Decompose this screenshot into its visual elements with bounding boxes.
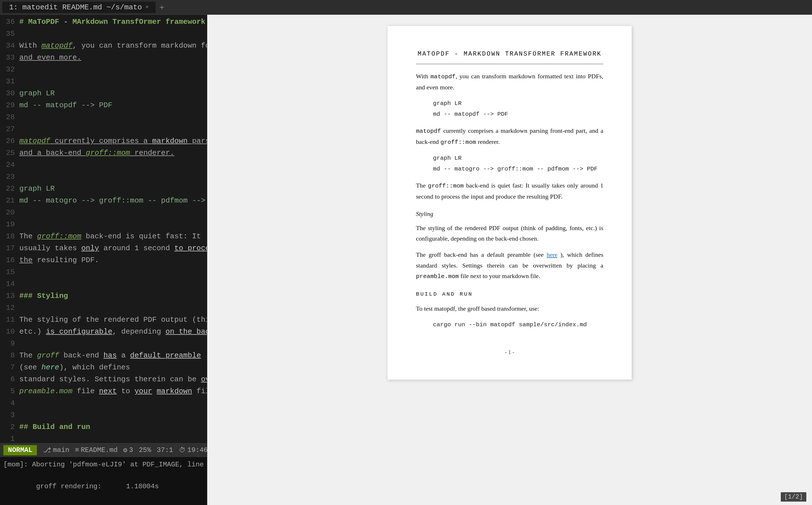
line-number: 10 [2, 326, 15, 338]
tab-bar: 1: matoedit README.md ~/s/mato × + [0, 0, 812, 15]
editor-content[interactable]: 3635343332313029282726252423222120191817… [0, 15, 207, 443]
line-number: 6 [2, 373, 15, 385]
line-number: 15 [2, 266, 15, 278]
table-row: usually takes only around 1 second to pr… [19, 242, 205, 254]
line-number: 28 [2, 111, 15, 123]
table-row [19, 63, 205, 75]
status-position: 37:1 [154, 446, 176, 454]
line-number: 14 [2, 278, 15, 290]
status-branch: ⎇ main [40, 446, 72, 454]
branch-name: main [53, 446, 69, 454]
line-numbers: 3635343332313029282726252423222120191817… [0, 15, 17, 443]
terminal-area: [mom]: Aborting 'pdfmom-eLJI9' at PDF_IM… [0, 457, 207, 505]
preview-page-number: - 1 - [416, 347, 603, 357]
table-row [19, 278, 205, 290]
tab-close-button[interactable]: × [145, 4, 149, 10]
line-number: 11 [2, 314, 15, 326]
table-row: standard styles. Settings therein can be… [19, 373, 205, 385]
line-number: 1 [2, 433, 15, 443]
line-number: 33 [2, 52, 15, 63]
table-row: md -- matogro --> groff::mom -- pdfmom -… [19, 195, 205, 206]
code-area: 3635343332313029282726252423222120191817… [0, 15, 207, 443]
table-row: and a back-end groff::mom renderer. [19, 147, 205, 159]
line-number: 24 [2, 159, 15, 171]
preview-divider [416, 64, 603, 64]
table-row [19, 123, 205, 135]
line-number: 25 [2, 147, 15, 159]
table-row: graph LR [19, 88, 205, 99]
line-number: 22 [2, 183, 15, 195]
line-number: 2 [2, 421, 15, 433]
position-value: 37:1 [157, 446, 173, 454]
preview-title: MATOPDF - MARKDOWN TRANSFORMER FRAMEWORK [416, 49, 603, 59]
editor-tab[interactable]: 1: matoedit README.md ~/s/mato × [2, 2, 156, 13]
diag-icon: ⚙ [123, 446, 127, 454]
new-tab-button[interactable]: + [157, 2, 167, 13]
preview-styling-para: The styling of the rendered PDF output (… [416, 223, 603, 244]
table-row: (see here), which defines [19, 361, 205, 373]
table-row [19, 171, 205, 183]
preview-build-heading: BUILD AND RUN [416, 290, 603, 299]
preview-para2: matopdf currently comprises a markdown p… [416, 125, 603, 147]
file-icon: ≡ [75, 446, 79, 454]
code-lines[interactable]: # MaToPDF - MArkdown TransfOrmer framewo… [17, 15, 207, 443]
table-row: and even more. [19, 52, 205, 63]
table-row: # MaToPDF - MArkdown TransfOrmer framewo… [19, 16, 205, 28]
table-row [19, 28, 205, 40]
table-row: matopdf currently comprises a markdown p… [19, 135, 205, 147]
clock-icon: ⏱ [179, 446, 186, 454]
preview-groff-para: The groff back-end has a default preambl… [416, 249, 603, 282]
line-number: 20 [2, 206, 15, 218]
status-percent: 25% [136, 446, 154, 454]
line-number: 16 [2, 254, 15, 266]
line-number: 27 [2, 123, 15, 135]
line-number: 12 [2, 302, 15, 314]
table-row [19, 218, 205, 230]
percent-value: 25% [139, 446, 151, 454]
line-number: 8 [2, 350, 15, 361]
diag-count: 3 [129, 446, 133, 454]
table-row: etc.) is configurable, depending on the … [19, 326, 205, 338]
preview-content: MATOPDF - MARKDOWN TRANSFORMER FRAMEWORK… [207, 15, 812, 505]
preview-code-1: graph LR md -- matopdf --> PDF [433, 98, 603, 120]
line-number: 30 [2, 88, 15, 99]
table-row: preamble.mom file next to your markdown … [19, 385, 205, 397]
table-row [19, 75, 205, 88]
table-row: The styling of the rendered PDF output (… [19, 314, 205, 326]
table-row [19, 159, 205, 171]
status-diagnostics: ⚙ 3 [120, 446, 136, 454]
line-number: 19 [2, 218, 15, 230]
status-file: ≡ README.md [72, 446, 120, 454]
line-number: 4 [2, 397, 15, 409]
table-row [19, 338, 205, 350]
branch-icon: ⎇ [43, 446, 51, 454]
table-row [19, 433, 205, 443]
table-row: graph LR [19, 183, 205, 195]
line-number: 32 [2, 63, 15, 75]
preview-here-link[interactable]: here [547, 251, 557, 258]
line-number: 21 [2, 195, 15, 206]
line-number: 23 [2, 171, 15, 183]
table-row: ### Styling [19, 290, 205, 302]
terminal-line-3: written in: 125.417µs [3, 503, 204, 505]
table-row [19, 266, 205, 278]
line-number: 17 [2, 242, 15, 254]
table-row: md -- matopdf --> PDF [19, 99, 205, 111]
preview-code-2: graph LR md -- matogro --> groff::mom --… [433, 153, 603, 174]
status-right: ⚙ 3 25% 37:1 ⏱ 19:46 [120, 446, 211, 454]
line-number: 29 [2, 99, 15, 111]
line-number: 9 [2, 338, 15, 350]
preview-para3: The groff::mom back-end is quiet fast: I… [416, 180, 603, 202]
table-row: The groff back-end has a default preambl… [19, 350, 205, 361]
line-number: 35 [2, 28, 15, 40]
corner-badge: [1/2] [781, 492, 806, 502]
table-row: The groff::mom back-end is quiet fast: I… [19, 230, 205, 242]
terminal-line-2: groff rendering: 1.18004s [3, 470, 204, 503]
line-number: 5 [2, 385, 15, 397]
line-number: 3 [2, 409, 15, 421]
time-value: 19:46 [187, 446, 208, 454]
preview-intro: With matopdf, you can transform markdown… [416, 71, 603, 93]
status-mode: NORMAL [3, 445, 37, 455]
line-number: 18 [2, 230, 15, 242]
line-number: 36 [2, 16, 15, 28]
